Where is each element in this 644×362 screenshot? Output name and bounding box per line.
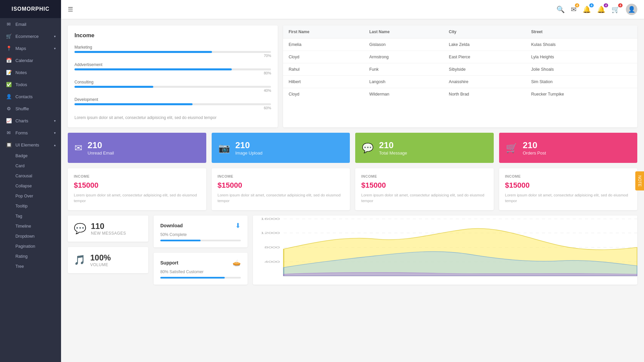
contacts-icon: 👤 [5, 94, 12, 99]
stat-card-message: 💬 210 Total Message [355, 133, 494, 163]
progress-label-dev: Development [74, 97, 271, 102]
sidebar-item-charts[interactable]: 📈 Charts ▾ [0, 115, 61, 127]
col-city: City [443, 25, 526, 39]
progress-label-ad: Addvertisement [74, 62, 271, 67]
table-header-row: First Name Last Name City Street [283, 25, 637, 39]
sidebar-item-forms[interactable]: ✉ Forms ▾ [0, 127, 61, 139]
sidebar-sub-dropdown[interactable]: Dropdown [0, 231, 61, 241]
sidebar-label-todos: Todos [15, 82, 27, 87]
table-cell: Kulas Shoals [526, 39, 637, 51]
main-area: ☰ 🔍 ✉ 4 🔔 4 🔔 4 🛒 4 👤 [61, 0, 644, 362]
sidebar-label-contacts: Contacts [15, 94, 33, 99]
support-title: Support [160, 260, 178, 265]
table-row: CloydArmstrongEast PierceLyla Heights [283, 51, 637, 63]
calendar-icon: 📅 [5, 58, 12, 63]
sidebar-item-calendar[interactable]: 📅 Calendar [0, 54, 61, 66]
stat-icon-email: ✉ [74, 142, 82, 154]
sidebar-item-notes[interactable]: 📝 Notes [0, 66, 61, 78]
progress-label-consulting: Consulting [74, 80, 271, 84]
menu-toggle-button[interactable]: ☰ [68, 6, 73, 13]
stat-card-upload: 📷 210 Image Upload [212, 133, 350, 163]
sidebar-sub-pagination[interactable]: Pagination [0, 241, 61, 251]
download-icon: ⬇ [235, 222, 241, 230]
stat-card-email: ✉ 210 Unread Email [68, 133, 206, 163]
svg-text:12000: 12000 [261, 231, 280, 235]
sidebar-label-notes: Notes [15, 70, 27, 75]
shuffle-icon: ⚙ [5, 106, 12, 111]
progress-pct-ad: 80% [74, 71, 271, 75]
sidebar-sub-timeline[interactable]: Timeline [0, 221, 61, 231]
table-cell: Lyla Heights [526, 51, 637, 63]
notes-icon: 📝 [5, 70, 12, 75]
email-icon: ✉ [5, 21, 12, 27]
sidebar-sub-rating[interactable]: Rating [0, 251, 61, 261]
message-label: NEW MESSAGES [91, 231, 126, 236]
stat-label-email: Unread Email [88, 150, 114, 156]
income-mini-card-4: INCOME $15000 Lorem ipsum dolor sit amet… [499, 168, 638, 210]
progress-pct-dev: 60% [74, 106, 271, 110]
cart-button[interactable]: 🛒 4 [611, 5, 620, 13]
sidebar-item-email[interactable]: ✉ Email [0, 18, 61, 30]
income-title: Income [74, 32, 271, 39]
side-note[interactable]: NOTE [635, 171, 644, 190]
forms-icon: ✉ [5, 130, 12, 135]
progress-bar-bg-consulting [74, 86, 271, 88]
sidebar-sub-card[interactable]: Card [0, 161, 61, 171]
stat-number-message: 210 [379, 140, 407, 150]
sidebar-item-ui-elements[interactable]: 🔲 UI Elements ▴ [0, 139, 61, 151]
income-mini-desc-2: Lorem ipsum dolor sit amet, consectetur … [218, 192, 344, 204]
volume-icon: 🎵 [74, 254, 86, 265]
topbar-icons: 🔍 ✉ 4 🔔 4 🔔 4 🛒 4 👤 [556, 4, 637, 15]
income-mini-value-3: $15000 [361, 181, 488, 190]
table-cell: Ruecker Turnpike [526, 88, 637, 101]
table-cell: Armstrong [364, 51, 443, 63]
sidebar-label-ui: UI Elements [15, 142, 39, 147]
income-mini-desc-4: Lorem ipsum dolor sit amet, consectetur … [505, 192, 632, 204]
sidebar-label-email: Email [15, 22, 26, 27]
sidebar-sub-badge[interactable]: Badge [0, 151, 61, 161]
content-area: Income Marketing 70% Addvertisement 80% [61, 19, 644, 362]
sidebar-item-shuffle[interactable]: ⚙ Shuffle [0, 103, 61, 115]
sidebar-sub-carousal[interactable]: Carousal [0, 171, 61, 181]
progress-bar-bg-dev [74, 103, 271, 105]
bell-badge: 4 [589, 3, 594, 7]
income-mini-value-1: $15000 [74, 181, 200, 190]
col-lastname: Last Name [364, 25, 443, 39]
sidebar-sub-tag[interactable]: Tag [0, 211, 61, 221]
table-cell: Rahul [283, 63, 364, 76]
bell-button[interactable]: 🔔 4 [583, 5, 591, 13]
row-income-mini: INCOME $15000 Lorem ipsum dolor sit amet… [68, 168, 637, 210]
stat-icon-message: 💬 [362, 142, 374, 154]
table-cell: Cloyd [283, 88, 364, 101]
progress-bar-fill-marketing [74, 51, 212, 53]
svg-text:8000: 8000 [264, 246, 280, 249]
sidebar-sub-collapse[interactable]: Collapse [0, 181, 61, 191]
table-cell: Emelia [283, 39, 364, 51]
chart-card: 16000 12000 8000 4000 [253, 216, 637, 285]
income-mini-value-4: $15000 [505, 181, 632, 190]
income-mini-desc-1: Lorem ipsum dolor sit amet, consectetur … [74, 192, 200, 204]
chevron-up-icon: ▴ [54, 143, 56, 147]
table-cell: East Pierce [443, 51, 526, 63]
notify-button[interactable]: 🔔 4 [597, 5, 605, 13]
sidebar-sub-tree[interactable]: Tree [0, 261, 61, 272]
sidebar-item-ecommerce[interactable]: 🛒 Ecommerce ▾ [0, 30, 61, 42]
row-widgets: 💬 110 NEW MESSAGES 🎵 100% VOLUME [68, 216, 637, 285]
progress-pct-consulting: 40% [74, 88, 271, 93]
sidebar-item-maps[interactable]: 📍 Maps ▾ [0, 42, 61, 54]
search-button[interactable]: 🔍 [556, 5, 565, 13]
sidebar-sub-tooltip[interactable]: Tooltip [0, 201, 61, 211]
sidebar-item-todos[interactable]: ✅ Todos [0, 78, 61, 90]
ecommerce-icon: 🛒 [5, 34, 12, 39]
sidebar-item-contacts[interactable]: 👤 Contacts [0, 90, 61, 103]
stat-card-orders: 🛒 210 Orders Post [499, 133, 638, 163]
sidebar-sub-popover[interactable]: Pop Over [0, 191, 61, 201]
sidebar-label-shuffle: Shuffle [15, 106, 29, 111]
cart-badge: 4 [618, 3, 623, 7]
volume-widget: 🎵 100% VOLUME [68, 247, 148, 273]
table-cell: Gislason [364, 39, 443, 51]
mail-button[interactable]: ✉ 4 [571, 5, 577, 13]
sidebar-label-charts: Charts [15, 118, 28, 123]
avatar[interactable]: 👤 [626, 4, 637, 15]
table-cell: Funk [364, 63, 443, 76]
